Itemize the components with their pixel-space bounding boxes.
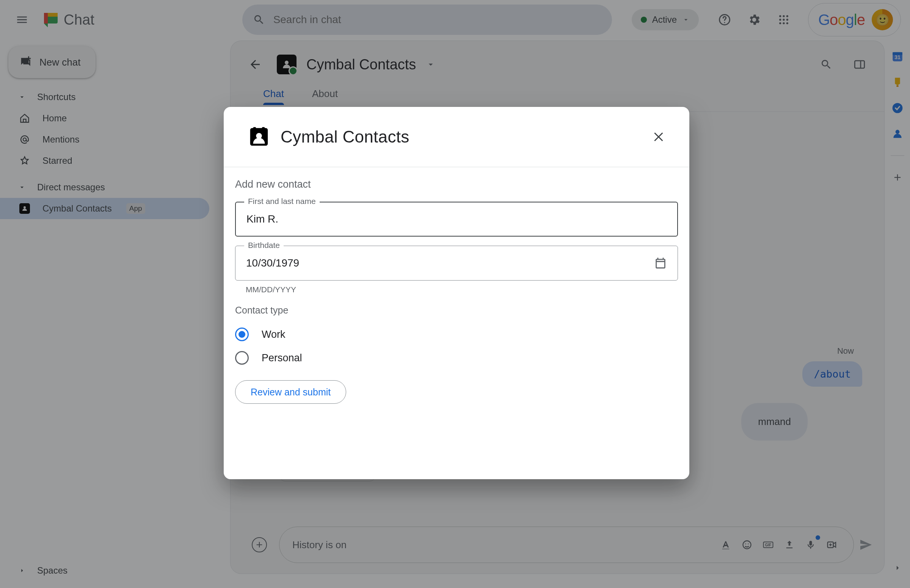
add-contact-dialog: Cymbal Contacts Add new contact First an…	[224, 107, 689, 479]
dialog-subtitle: Add new contact	[235, 179, 678, 190]
radio-personal[interactable]: Personal	[235, 346, 678, 370]
radio-work[interactable]: Work	[235, 323, 678, 346]
birthdate-helper: MM/DD/YYYY	[246, 285, 678, 294]
name-label: First and last name	[244, 197, 320, 206]
birthdate-label: Birthdate	[244, 241, 284, 250]
dialog-title: Cymbal Contacts	[281, 128, 409, 146]
birthdate-field: Birthdate	[235, 246, 678, 281]
dialog-app-icon	[247, 125, 271, 149]
svg-rect-29	[262, 127, 265, 131]
svg-rect-28	[253, 127, 256, 131]
contact-type-label: Contact type	[235, 305, 678, 316]
name-input[interactable]	[246, 213, 667, 225]
birthdate-input[interactable]	[246, 257, 649, 269]
dialog-close-button[interactable]	[648, 125, 671, 149]
calendar-icon	[654, 257, 667, 270]
name-field: First and last name	[235, 202, 678, 237]
date-picker-button[interactable]	[654, 257, 667, 270]
review-submit-button[interactable]: Review and submit	[235, 380, 346, 404]
radio-icon	[235, 351, 249, 365]
close-icon	[653, 130, 666, 144]
radio-icon	[235, 328, 249, 341]
